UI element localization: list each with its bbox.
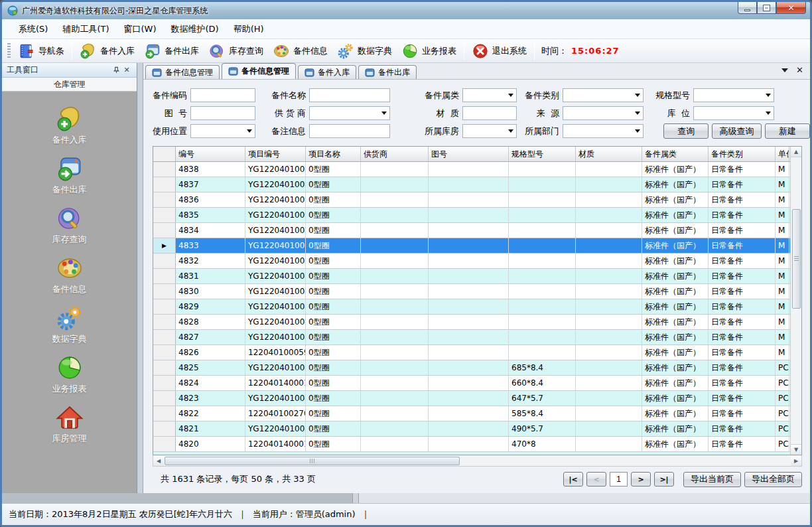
- next-page-button[interactable]: >: [631, 472, 651, 487]
- column-header[interactable]: 编号: [176, 147, 245, 161]
- tab-close-icon[interactable]: ✕: [796, 66, 803, 74]
- band-splitter[interactable]: [352, 493, 359, 503]
- table-row[interactable]: 4832YG122040100870型圈标准件（国产）日常备件M: [153, 254, 790, 269]
- menu-item[interactable]: 帮助(H): [226, 21, 271, 38]
- menu-item[interactable]: 系统(S): [11, 21, 55, 38]
- combo-field[interactable]: [462, 124, 517, 138]
- sidebar-item[interactable]: 库房管理: [52, 404, 87, 445]
- combo-field[interactable]: [462, 88, 517, 102]
- menu-item[interactable]: 数据维护(D): [164, 21, 226, 38]
- table-row[interactable]: 4831YG122040100860型圈标准件（国产）日常备件M: [153, 269, 790, 284]
- table-row[interactable]: 482212204010027000型圈585*8.4标准件（国产）日常备件PC: [153, 406, 790, 421]
- table-row[interactable]: 482412204014000120型圈660*8.4标准件（国产）日常备件PC: [153, 376, 790, 391]
- horizontal-scroll-thumb[interactable]: [165, 457, 460, 465]
- tab[interactable]: 备件信息管理: [145, 65, 220, 79]
- close-button[interactable]: ✕: [776, 2, 806, 14]
- column-header[interactable]: 项目编号: [245, 147, 306, 161]
- scroll-up-icon[interactable]: ▲: [791, 147, 802, 157]
- column-header[interactable]: 图号: [429, 147, 509, 161]
- tab[interactable]: 备件入库: [298, 65, 356, 79]
- toolbar-button[interactable]: 库存查询: [204, 41, 268, 61]
- combo-field[interactable]: [693, 88, 774, 102]
- text-input[interactable]: [191, 89, 255, 102]
- sidebar-item[interactable]: 备件入库: [52, 105, 87, 146]
- table-row[interactable]: 4834YG122040100890型圈标准件（国产）日常备件M: [153, 223, 790, 238]
- sidebar-item[interactable]: 备件信息: [52, 254, 87, 295]
- scroll-left-icon[interactable]: ◀: [153, 456, 164, 466]
- page-number-input[interactable]: [610, 472, 628, 487]
- combo-dropdown-button[interactable]: [763, 90, 773, 101]
- sidebar-close-icon[interactable]: ✕: [121, 65, 132, 76]
- query-button[interactable]: 查询: [663, 123, 709, 139]
- toolbar-button[interactable]: 业务报表: [397, 41, 461, 61]
- toolbar-button[interactable]: 退出系统: [467, 41, 531, 61]
- combo-field[interactable]: [190, 124, 255, 138]
- sidebar-item[interactable]: 数据字典: [52, 304, 87, 345]
- column-header[interactable]: 备件属类: [642, 147, 709, 161]
- prev-page-button[interactable]: <: [586, 472, 606, 487]
- toolbar-button[interactable]: 导航条: [13, 41, 69, 61]
- table-row[interactable]: ▶4833YG122040100880型圈标准件（国产）日常备件M: [153, 238, 790, 254]
- column-header[interactable]: 项目名称: [306, 147, 361, 161]
- combo-field[interactable]: [309, 106, 390, 120]
- text-input[interactable]: [310, 89, 389, 102]
- text-input[interactable]: [191, 107, 255, 119]
- toolbar-button[interactable]: 备件入库: [75, 41, 139, 61]
- table-row[interactable]: 482612204010005990型圈标准件（国产）日常备件M: [153, 345, 790, 360]
- vertical-scrollbar[interactable]: ▲ ▼: [790, 147, 801, 455]
- table-row[interactable]: 4823YG122040100800型圈647*5.7标准件（国产）日常备件PC: [153, 391, 790, 406]
- combo-dropdown-button[interactable]: [506, 90, 515, 101]
- table-row[interactable]: 4836YG122040100910型圈标准件（国产）日常备件M: [153, 192, 790, 208]
- table-row[interactable]: 4837YG122040100920型圈标准件（国产）日常备件M: [153, 177, 790, 192]
- scroll-right-icon[interactable]: ▶: [791, 456, 801, 466]
- combo-field[interactable]: [563, 124, 643, 138]
- tab[interactable]: 备件信息管理: [222, 63, 296, 79]
- menu-item[interactable]: 窗口(W): [117, 21, 164, 38]
- table-row[interactable]: 4830YG122040100850型圈标准件（国产）日常备件M: [153, 284, 790, 299]
- sidebar-splitter[interactable]: [137, 63, 143, 493]
- horizontal-scrollbar[interactable]: ◀ ▶: [153, 455, 802, 467]
- toolbar-button[interactable]: 备件出库: [139, 41, 204, 61]
- first-page-button[interactable]: |<: [563, 472, 583, 487]
- table-row[interactable]: 4835YG122040100900型圈标准件（国产）日常备件M: [153, 208, 790, 223]
- pin-icon[interactable]: [111, 65, 121, 76]
- column-header[interactable]: 备件类别: [709, 147, 776, 161]
- toolbar-button[interactable]: 备件信息: [268, 41, 332, 61]
- combo-dropdown-button[interactable]: [379, 108, 389, 119]
- table-row[interactable]: 4825YG122040100810型圈685*8.4标准件（国产）日常备件PC: [153, 360, 790, 376]
- toolbar-grip[interactable]: [7, 43, 11, 59]
- minimize-button[interactable]: [738, 2, 757, 14]
- advanced-query-button[interactable]: 高级查询: [712, 123, 761, 139]
- combo-field[interactable]: [563, 106, 643, 120]
- combo-dropdown-button[interactable]: [632, 125, 642, 137]
- column-header[interactable]: 供货商: [361, 147, 429, 161]
- column-header[interactable]: 规格型号: [509, 147, 576, 161]
- table-row[interactable]: 482012204014000130型圈470*8标准件（国产）日常备件PC: [153, 437, 790, 452]
- tab[interactable]: 备件出库: [358, 65, 417, 79]
- combo-dropdown-button[interactable]: [632, 108, 642, 119]
- maximize-button[interactable]: [757, 2, 776, 14]
- new-button[interactable]: 新建: [765, 123, 810, 139]
- menu-item[interactable]: 辅助工具(T): [55, 21, 116, 38]
- combo-dropdown-button[interactable]: [763, 108, 773, 119]
- table-row[interactable]: 4829YG122040100840型圈标准件（国产）日常备件M: [153, 299, 790, 315]
- combo-dropdown-button[interactable]: [632, 90, 642, 101]
- scroll-down-icon[interactable]: ▼: [791, 444, 802, 455]
- export-current-page-button[interactable]: 导出当前页: [683, 472, 741, 487]
- text-input[interactable]: [463, 107, 516, 119]
- combo-field[interactable]: [563, 88, 643, 102]
- column-header[interactable]: 材质: [576, 147, 642, 161]
- sidebar-item[interactable]: 库存查询: [52, 204, 87, 246]
- table-row[interactable]: 4821YG122040100790型圈490*5.7标准件（国产）日常备件PC: [153, 421, 790, 437]
- export-all-pages-button[interactable]: 导出全部页: [744, 472, 802, 487]
- sidebar-item[interactable]: 业务报表: [52, 354, 87, 395]
- tab-list-dropdown-icon[interactable]: [781, 68, 788, 72]
- column-header[interactable]: 单位: [776, 147, 789, 161]
- table-row[interactable]: 4827YG122040100820型圈标准件（国产）日常备件M: [153, 330, 790, 345]
- table-row[interactable]: 4838YG122040100930型圈标准件（国产）日常备件M: [153, 162, 790, 177]
- combo-field[interactable]: [693, 106, 774, 120]
- combo-dropdown-button[interactable]: [244, 125, 254, 137]
- vertical-scroll-thumb[interactable]: [792, 209, 801, 309]
- combo-dropdown-button[interactable]: [506, 125, 515, 137]
- toolbar-button[interactable]: 数据字典: [332, 41, 397, 61]
